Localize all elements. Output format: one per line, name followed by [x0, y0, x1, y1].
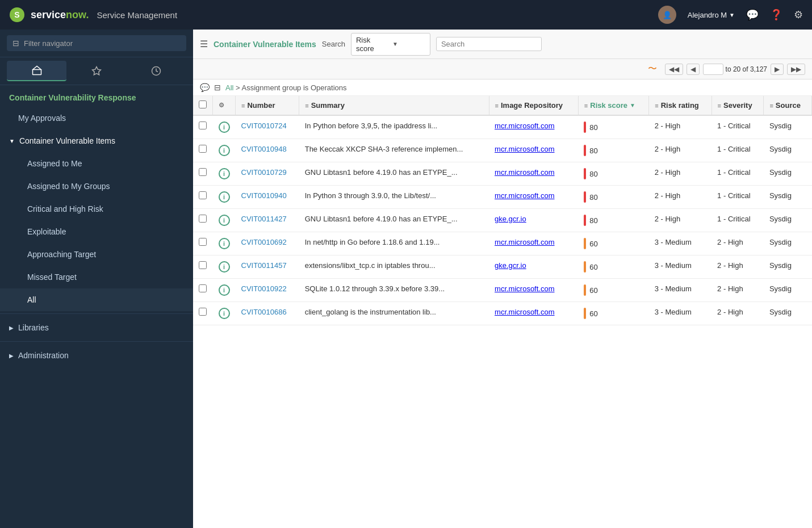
hamburger-menu-icon[interactable]: ☰: [200, 39, 208, 49]
settings-icon[interactable]: ⚙: [794, 9, 803, 21]
image-repo-link[interactable]: gke.gcr.io: [495, 215, 526, 223]
tab-favorites[interactable]: [66, 61, 126, 81]
image-repo-link[interactable]: mcr.microsoft.com: [495, 238, 554, 246]
vulnerability-link[interactable]: CVIT0010724: [241, 121, 287, 130]
vulnerability-link[interactable]: CVIT0010729: [241, 168, 287, 177]
help-icon[interactable]: ❓: [770, 9, 782, 21]
prev-page-button[interactable]: ◀: [687, 64, 700, 75]
row-checkbox[interactable]: [199, 121, 207, 129]
info-circle-icon[interactable]: i: [219, 191, 230, 203]
sidebar-item-my-approvals[interactable]: My Approvals: [0, 107, 193, 129]
row-checkbox-cell[interactable]: [193, 302, 213, 325]
row-info-cell[interactable]: i: [213, 255, 236, 279]
row-info-cell[interactable]: i: [213, 232, 236, 255]
vulnerability-link[interactable]: CVIT0011457: [241, 261, 287, 270]
tab-history[interactable]: [127, 61, 186, 81]
sidebar-item-missed-target[interactable]: Missed Target: [0, 266, 193, 288]
sidebar-item-all[interactable]: All: [0, 288, 193, 311]
row-checkbox[interactable]: [199, 261, 207, 269]
sidebar-item-libraries[interactable]: ▶ Libraries: [0, 316, 193, 339]
col-header-summary[interactable]: ≡ Summary: [299, 96, 489, 115]
info-circle-icon[interactable]: i: [219, 308, 230, 319]
row-checkbox[interactable]: [199, 191, 207, 199]
sidebar-item-assigned-to-me[interactable]: Assigned to Me: [0, 152, 193, 175]
vulnerability-link[interactable]: CVIT0010922: [241, 284, 287, 293]
filter-all-link[interactable]: All: [225, 83, 233, 92]
info-circle-icon[interactable]: i: [219, 145, 230, 156]
col-header-severity[interactable]: ≡ Severity: [711, 96, 764, 115]
image-repo-link[interactable]: mcr.microsoft.com: [495, 121, 554, 130]
select-all-checkbox[interactable]: [199, 100, 207, 108]
info-circle-icon[interactable]: i: [219, 168, 230, 179]
filter-funnel-icon[interactable]: ⊟: [214, 83, 221, 92]
vulnerability-link[interactable]: CVIT0011427: [241, 215, 287, 223]
row-checkbox[interactable]: [199, 145, 207, 153]
row-info-cell[interactable]: i: [213, 279, 236, 302]
user-name[interactable]: Alejandro M ▼: [688, 11, 735, 19]
vulnerability-link[interactable]: CVIT0010948: [241, 145, 287, 153]
row-checkbox-cell[interactable]: [193, 255, 213, 279]
col-header-action[interactable]: ⚙: [213, 96, 236, 115]
sidebar-item-exploitable[interactable]: Exploitable: [0, 220, 193, 243]
row-info-cell[interactable]: i: [213, 186, 236, 209]
filter-input-wrap[interactable]: ⊟: [7, 35, 186, 51]
row-checkbox[interactable]: [199, 284, 207, 292]
chat-icon[interactable]: 💬: [746, 9, 759, 21]
sidebar-item-administration[interactable]: ▶ Administration: [0, 344, 193, 367]
row-checkbox[interactable]: [199, 238, 207, 246]
row-checkbox[interactable]: [199, 215, 207, 223]
row-risk-rating-cell: 2 - High: [649, 162, 711, 186]
info-circle-icon[interactable]: i: [219, 261, 230, 273]
last-page-button[interactable]: ▶▶: [787, 64, 805, 75]
next-page-button[interactable]: ▶: [771, 64, 784, 75]
col-header-risk-score[interactable]: ≡ Risk score ▼: [578, 96, 648, 115]
col-header-risk-rating[interactable]: ≡ Risk rating: [649, 96, 711, 115]
tab-home[interactable]: [7, 61, 66, 81]
search-input[interactable]: [436, 37, 542, 51]
col-header-source[interactable]: ≡ Source: [764, 96, 812, 115]
vulnerability-link[interactable]: CVIT0010940: [241, 191, 287, 200]
image-repo-link[interactable]: mcr.microsoft.com: [495, 191, 554, 200]
sidebar-item-approaching-target[interactable]: Approaching Target: [0, 243, 193, 266]
info-circle-icon[interactable]: i: [219, 215, 230, 226]
row-checkbox-cell[interactable]: [193, 186, 213, 209]
row-info-cell[interactable]: i: [213, 209, 236, 232]
row-checkbox-cell[interactable]: [193, 162, 213, 186]
image-repo-link[interactable]: gke.gcr.io: [495, 261, 526, 270]
vulnerability-link[interactable]: CVIT0010692: [241, 238, 287, 246]
page-number-input[interactable]: 1: [703, 64, 723, 75]
first-page-button[interactable]: ◀◀: [665, 64, 683, 75]
pulse-icon[interactable]: 〜: [648, 63, 657, 75]
row-info-cell[interactable]: i: [213, 302, 236, 325]
row-checkbox-cell[interactable]: [193, 139, 213, 162]
col-header-image-repo[interactable]: ≡ Image Repository: [489, 96, 578, 115]
info-circle-icon[interactable]: i: [219, 238, 230, 249]
row-checkbox[interactable]: [199, 168, 207, 176]
info-circle-icon[interactable]: i: [219, 284, 230, 296]
chat-bubble-icon[interactable]: 💬: [200, 83, 210, 92]
row-info-cell[interactable]: i: [213, 162, 236, 186]
row-checkbox-cell[interactable]: [193, 209, 213, 232]
row-info-cell[interactable]: i: [213, 115, 236, 139]
image-repo-link[interactable]: mcr.microsoft.com: [495, 308, 554, 316]
avatar[interactable]: 👤: [658, 6, 676, 24]
sidebar-item-container-vulnerable-items[interactable]: ▼ Container Vulnerable Items: [0, 129, 193, 152]
info-circle-icon[interactable]: i: [219, 121, 230, 133]
row-checkbox-cell[interactable]: [193, 115, 213, 139]
col-header-number[interactable]: ≡ Number: [236, 96, 299, 115]
row-checkbox-cell[interactable]: [193, 279, 213, 302]
row-checkbox-cell[interactable]: [193, 232, 213, 255]
image-repo-link[interactable]: mcr.microsoft.com: [495, 145, 554, 153]
sidebar-item-container-vulnerability-response[interactable]: Container Vulnerability Response: [0, 85, 193, 107]
sidebar-item-critical-and-high-risk[interactable]: Critical and High Risk: [0, 198, 193, 220]
filter-navigator-input[interactable]: [24, 39, 181, 48]
image-repo-link[interactable]: mcr.microsoft.com: [495, 168, 554, 177]
col-header-check[interactable]: [193, 96, 213, 115]
search-dropdown[interactable]: Risk score ▼: [351, 33, 430, 56]
image-repo-link[interactable]: mcr.microsoft.com: [495, 284, 554, 293]
sidebar-item-assigned-to-my-groups[interactable]: Assigned to My Groups: [0, 175, 193, 198]
vulnerability-link[interactable]: CVIT0010686: [241, 308, 287, 316]
row-checkbox[interactable]: [199, 308, 207, 316]
risk-bar: [584, 238, 586, 249]
row-info-cell[interactable]: i: [213, 139, 236, 162]
